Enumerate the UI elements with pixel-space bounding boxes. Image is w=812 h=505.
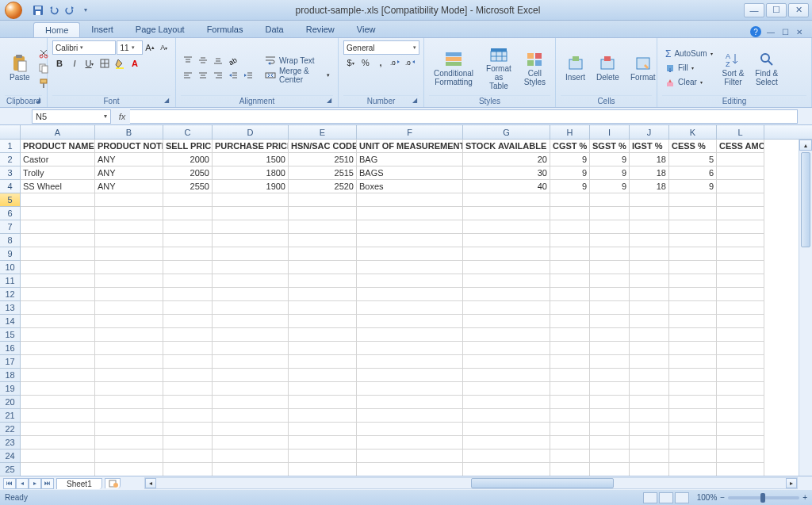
cell[interactable] <box>550 247 590 261</box>
column-header[interactable]: G <box>463 125 550 139</box>
cell[interactable] <box>289 193 357 207</box>
cell[interactable] <box>550 274 590 288</box>
fx-icon[interactable]: fx <box>114 109 130 124</box>
cell[interactable] <box>95 315 163 328</box>
font-name-combo[interactable]: Calibri▾ <box>52 40 116 55</box>
cell[interactable] <box>630 193 669 207</box>
cell[interactable] <box>289 220 357 234</box>
ribbon-tab-insert[interactable]: Insert <box>80 22 124 37</box>
cell[interactable] <box>213 207 289 220</box>
align-center-icon[interactable] <box>196 68 210 82</box>
cell[interactable] <box>357 220 463 234</box>
shrink-font-icon[interactable]: A▾ <box>157 40 170 55</box>
cell[interactable] <box>357 423 463 436</box>
cell[interactable] <box>213 450 289 463</box>
border-icon[interactable] <box>98 56 112 71</box>
number-dialog-icon[interactable]: ◢ <box>412 97 417 104</box>
cell[interactable] <box>163 207 213 220</box>
workbook-close-icon[interactable]: ✕ <box>795 27 804 36</box>
cell[interactable] <box>163 355 213 369</box>
cell[interactable] <box>95 288 163 301</box>
cell[interactable] <box>21 261 95 274</box>
cell[interactable] <box>550 207 590 220</box>
cell[interactable] <box>21 328 95 342</box>
format-cells-button[interactable]: Format <box>626 52 661 83</box>
cell[interactable] <box>669 409 717 423</box>
merge-center-button[interactable]: Merge & Center▾ <box>262 68 333 82</box>
cell[interactable] <box>163 220 213 234</box>
row-header[interactable]: 9 <box>0 247 20 261</box>
row-header[interactable]: 8 <box>0 234 20 247</box>
cell[interactable] <box>95 342 163 355</box>
cell[interactable] <box>357 382 463 396</box>
cell[interactable] <box>717 328 764 342</box>
cell[interactable]: 5 <box>669 153 717 166</box>
insert-cells-button[interactable]: Insert <box>561 52 590 83</box>
cell[interactable] <box>550 463 590 476</box>
cell[interactable] <box>463 234 550 247</box>
cell[interactable]: 18 <box>630 153 669 166</box>
cell[interactable] <box>550 342 590 355</box>
cell[interactable] <box>289 423 357 436</box>
row-header[interactable]: 16 <box>0 342 20 355</box>
format-as-table-button[interactable]: Format as Table <box>480 44 518 92</box>
cell[interactable]: 2510 <box>289 153 357 166</box>
cell[interactable] <box>590 234 630 247</box>
cell[interactable] <box>717 436 764 450</box>
zoom-level[interactable]: 100% <box>697 493 718 502</box>
cell[interactable] <box>163 369 213 382</box>
redo-icon[interactable] <box>63 4 76 17</box>
cell[interactable] <box>289 342 357 355</box>
cell[interactable] <box>717 301 764 315</box>
cell[interactable] <box>717 234 764 247</box>
row-header[interactable]: 7 <box>0 220 20 234</box>
cell[interactable] <box>213 234 289 247</box>
cell[interactable] <box>163 261 213 274</box>
normal-view-icon[interactable] <box>643 492 657 503</box>
cell[interactable] <box>163 247 213 261</box>
cell[interactable] <box>357 463 463 476</box>
cell[interactable] <box>289 463 357 476</box>
cell[interactable]: CGST % <box>550 140 590 153</box>
cell[interactable] <box>717 261 764 274</box>
row-header[interactable]: 25 <box>0 463 20 476</box>
hscroll-thumb[interactable] <box>471 478 614 488</box>
cell[interactable]: CESS AMO <box>717 140 764 153</box>
cell[interactable]: 9 <box>590 180 630 193</box>
cell[interactable] <box>630 328 669 342</box>
maximize-button[interactable]: ☐ <box>766 3 787 17</box>
cells-area[interactable]: PRODUCT NAMEPRODUCT NOTESELL PRICEPURCHA… <box>21 140 812 476</box>
cell[interactable] <box>717 180 764 193</box>
cell[interactable] <box>357 247 463 261</box>
cell[interactable] <box>95 220 163 234</box>
cell[interactable]: 9 <box>590 166 630 180</box>
cell[interactable] <box>163 463 213 476</box>
font-color-icon[interactable]: A <box>128 56 142 71</box>
cell[interactable] <box>213 396 289 409</box>
sheet-nav-prev-icon[interactable]: ◂ <box>16 478 29 489</box>
cell[interactable] <box>669 355 717 369</box>
scroll-up-icon[interactable]: ▴ <box>799 140 812 151</box>
cell[interactable] <box>590 342 630 355</box>
cell[interactable] <box>550 193 590 207</box>
ribbon-tab-formulas[interactable]: Formulas <box>196 22 255 37</box>
underline-button[interactable]: U▾ <box>82 56 97 71</box>
cell[interactable] <box>717 220 764 234</box>
cell[interactable] <box>289 315 357 328</box>
fill-color-icon[interactable] <box>113 56 127 71</box>
cell[interactable]: 2550 <box>163 180 213 193</box>
cell[interactable] <box>463 423 550 436</box>
cell[interactable] <box>163 436 213 450</box>
row-header[interactable]: 20 <box>0 396 20 409</box>
cell[interactable] <box>463 261 550 274</box>
cell[interactable] <box>590 274 630 288</box>
cell[interactable] <box>21 220 95 234</box>
column-header[interactable]: A <box>21 125 95 139</box>
cell[interactable] <box>289 369 357 382</box>
cell[interactable] <box>213 288 289 301</box>
cell[interactable] <box>669 234 717 247</box>
comma-format-icon[interactable]: , <box>373 55 388 70</box>
cell[interactable]: UNIT OF MEASUREMENT <box>357 140 463 153</box>
cell[interactable]: 1500 <box>213 153 289 166</box>
cell[interactable] <box>630 288 669 301</box>
